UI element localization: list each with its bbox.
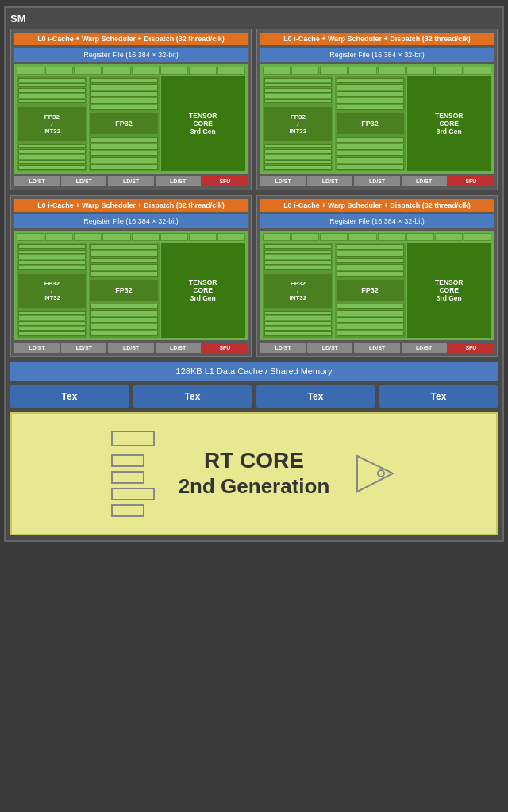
svg-marker-0 — [357, 456, 393, 492]
tex-unit-2: Tex — [133, 385, 252, 408]
sm-container: SM L0 i-Cache + Warp Scheduler + Dispatc… — [4, 6, 504, 542]
bottom-units-3: LD/ST LD/ST LD/ST LD/ST SFU — [14, 343, 248, 353]
ldst-3d: LD/ST — [156, 343, 201, 353]
fp32-int32-label-3: FP32 / INT32 — [18, 274, 86, 308]
ldst-4b: LD/ST — [307, 343, 352, 353]
ldst-1d: LD/ST — [156, 176, 201, 186]
ldst-4d: LD/ST — [402, 343, 447, 353]
ldst-1b: LD/ST — [61, 176, 106, 186]
tensor-core-label-3: TENSORCORE3rd Gen — [161, 243, 246, 338]
fp32-label-2: FP32 — [337, 113, 404, 134]
l0-cache-1: L0 i-Cache + Warp Scheduler + Dispatch (… — [14, 33, 248, 45]
sub-sm-3: L0 i-Cache + Warp Scheduler + Dispatch (… — [10, 195, 252, 357]
rt-box-5 — [111, 504, 144, 517]
bottom-units-2: LD/ST LD/ST LD/ST LD/ST SFU — [260, 176, 494, 186]
ldst-3a: LD/ST — [14, 343, 60, 353]
fp32-label-1: FP32 — [90, 113, 158, 134]
fp32-int32-label-4: FP32 / INT32 — [264, 274, 332, 308]
rt-gen-label: 2nd Generation — [179, 473, 330, 500]
rt-box-2 — [111, 454, 144, 467]
fp32-label-3: FP32 — [90, 280, 158, 301]
ldst-3b: LD/ST — [61, 343, 106, 353]
sub-sm-1: L0 i-Cache + Warp Scheduler + Dispatch (… — [10, 29, 252, 190]
reg-file-4: Register File (16,384 × 32-bit) — [260, 214, 494, 228]
rt-core-label: RT CORE — [179, 447, 330, 474]
ldst-1c: LD/ST — [108, 176, 153, 186]
sub-sm-2: L0 i-Cache + Warp Scheduler + Dispatch (… — [256, 29, 498, 190]
tensor-core-label-4: TENSORCORE3rd Gen — [407, 243, 492, 338]
ldst-1a: LD/ST — [14, 176, 60, 186]
tex-unit-3: Tex — [256, 385, 375, 408]
rt-triangle-area — [353, 452, 397, 496]
tensor-core-label-1: TENSORCORE3rd Gen — [161, 76, 246, 171]
tex-unit-4: Tex — [379, 385, 498, 408]
sfu-1: SFU — [202, 176, 248, 186]
sfu-2: SFU — [448, 176, 494, 186]
sub-sm-4: L0 i-Cache + Warp Scheduler + Dispatch (… — [256, 195, 498, 357]
l0-cache-4: L0 i-Cache + Warp Scheduler + Dispatch (… — [260, 199, 494, 212]
reg-file-3: Register File (16,384 × 32-bit) — [14, 214, 248, 228]
quad-grid: L0 i-Cache + Warp Scheduler + Dispatch (… — [10, 29, 498, 357]
rt-triangle-icon — [353, 452, 397, 496]
ldst-4a: LD/ST — [260, 343, 306, 353]
ldst-2a: LD/ST — [260, 176, 306, 186]
rt-core-text: RT CORE 2nd Generation — [179, 447, 330, 500]
rt-box-4 — [111, 488, 155, 500]
bottom-units-1: LD/ST LD/ST LD/ST LD/ST SFU — [14, 176, 248, 186]
ldst-3c: LD/ST — [108, 343, 153, 353]
reg-file-2: Register File (16,384 × 32-bit) — [260, 48, 494, 62]
ldst-2d: LD/ST — [402, 176, 447, 186]
reg-file-1: Register File (16,384 × 32-bit) — [14, 48, 248, 62]
sfu-4: SFU — [448, 343, 494, 353]
fp32-int32-label-1: FP32 / INT32 — [18, 107, 86, 141]
l0-cache-3: L0 i-Cache + Warp Scheduler + Dispatch (… — [14, 199, 248, 212]
rt-core-diagram — [111, 431, 155, 517]
tensor-core-label-2: TENSORCORE3rd Gen — [407, 76, 492, 171]
tex-unit-1: Tex — [10, 385, 129, 408]
sfu-3: SFU — [202, 343, 248, 353]
rt-core: RT CORE 2nd Generation — [10, 412, 498, 535]
ldst-4c: LD/ST — [354, 343, 399, 353]
bottom-units-4: LD/ST LD/ST LD/ST LD/ST SFU — [260, 343, 494, 353]
fp32-int32-label-2: FP32 / INT32 — [264, 107, 332, 141]
sm-label: SM — [10, 13, 498, 25]
svg-point-1 — [378, 470, 384, 477]
fp32-label-4: FP32 — [337, 280, 404, 301]
l1-cache: 128KB L1 Data Cache / Shared Memory — [10, 362, 498, 381]
tex-row: Tex Tex Tex Tex — [10, 385, 498, 408]
rt-box-3 — [111, 471, 144, 484]
ldst-2b: LD/ST — [307, 176, 352, 186]
l0-cache-2: L0 i-Cache + Warp Scheduler + Dispatch (… — [260, 33, 494, 45]
rt-box-1 — [111, 431, 155, 446]
ldst-2c: LD/ST — [354, 176, 399, 186]
